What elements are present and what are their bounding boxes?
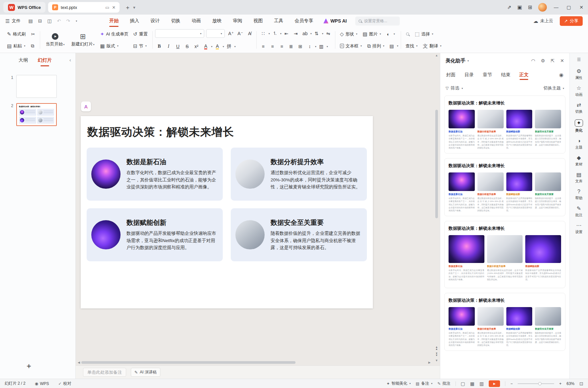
slide-title[interactable]: 数据驱动决策：解锁未来增长: [87, 125, 366, 140]
sidebar-item-comment[interactable]: ✎批注: [570, 203, 588, 220]
justify-icon[interactable]: ≣: [287, 42, 295, 51]
character-spacing-icon[interactable]: ab: [301, 29, 309, 38]
decrease-font-icon[interactable]: A⁻: [236, 29, 245, 38]
slide-editor[interactable]: 数据驱动决策：解锁未来增长 数据是新石油在数字化时代，数据已成为企业最宝贵的资产…: [81, 116, 373, 308]
zoom-out-button[interactable]: −: [510, 381, 513, 386]
beautify-tab-章节[interactable]: 章节: [483, 68, 492, 82]
phonetic-guide-icon[interactable]: 拼: [225, 42, 233, 51]
print-preview-icon[interactable]: ◫: [47, 18, 51, 24]
sidebar-item-theme[interactable]: ◑主题: [570, 136, 588, 153]
document-tab[interactable]: P text.pptx ▭ ✕: [48, 2, 120, 13]
section-button[interactable]: ⊟节▾: [131, 41, 150, 51]
theme-card-3[interactable]: 数据驱动决策：解锁未来增长数据是新石油在数字化时代，数据已成为企业最宝贵的资产之…: [444, 221, 565, 288]
play-from-page-button[interactable]: ▶ 当页开始▾: [42, 29, 68, 51]
select-button[interactable]: ⬚选择▾: [413, 29, 436, 39]
menu-tab-开始[interactable]: 开始: [104, 15, 124, 27]
tab-list-chevron-icon[interactable]: ▾: [133, 5, 135, 10]
slide-thumbnail-1[interactable]: [16, 75, 57, 98]
sidebar-item-animation[interactable]: ☆动画: [570, 83, 588, 100]
fit-screen-icon[interactable]: ⊡: [579, 381, 583, 386]
increase-font-icon[interactable]: A⁺: [227, 29, 235, 38]
notes-toggle-button[interactable]: ▤备注▾: [416, 381, 432, 386]
cut-icon[interactable]: ✂: [29, 30, 38, 38]
line-spacing-icon[interactable]: ↕: [305, 42, 314, 51]
slideshow-button[interactable]: ▶: [489, 380, 500, 387]
distribute-icon[interactable]: ⊞: [296, 42, 305, 51]
strikethrough-icon[interactable]: S: [183, 42, 192, 51]
more-chevron-icon[interactable]: ▾: [76, 20, 77, 23]
comments-button[interactable]: ✎批注: [437, 381, 450, 386]
highlight-color-icon[interactable]: A: [213, 42, 222, 51]
reading-view-icon[interactable]: ▥: [479, 381, 484, 386]
scroll-right-icon[interactable]: ▶: [428, 361, 431, 364]
sidebar-item-beautify[interactable]: ✦美化: [570, 117, 588, 136]
cloud-status[interactable]: ☁ 未上云: [533, 18, 553, 24]
zoom-slider[interactable]: [518, 383, 554, 384]
align-left-icon[interactable]: ≡: [259, 42, 268, 51]
share-button[interactable]: ↗ 分享: [560, 16, 583, 26]
scroll-left-icon[interactable]: ◀: [78, 361, 80, 364]
slide-card[interactable]: 数据是新石油在数字化时代，数据已成为企业最宝贵的资产之一，其价值堪比工业时代的石…: [87, 148, 223, 201]
switch-theme-button[interactable]: 切换主题 ▾: [544, 85, 564, 91]
slide-thumbnail-2[interactable]: 数据驱动决策：解锁未来增长: [16, 103, 57, 126]
bullet-list-icon[interactable]: ∷: [259, 29, 268, 38]
beautify-tab-正文[interactable]: 正文: [519, 68, 529, 82]
close-tab-icon[interactable]: ✕: [112, 5, 116, 10]
gear-icon[interactable]: ⚙: [541, 58, 545, 63]
shape-button[interactable]: ◇形状▾: [338, 29, 360, 39]
horizontal-scrollbar[interactable]: ◀ ▶: [78, 360, 431, 364]
sidebar-collapse-icon[interactable]: ☰: [577, 57, 581, 62]
menu-tab-切换[interactable]: 切换: [165, 15, 186, 27]
notes-placeholder[interactable]: 单击此处添加备注: [83, 368, 126, 377]
theme-card-1[interactable]: 数据驱动决策：解锁未来增长数据是新石油在数字化时代，数据已成为企业最宝贵的资产之…: [444, 96, 565, 154]
find-icon[interactable]: [403, 30, 412, 38]
menu-tab-会员专享[interactable]: 会员专享: [289, 15, 319, 27]
panel-tab-幻灯片[interactable]: 幻灯片: [38, 53, 52, 68]
picture-button[interactable]: ▨图片▾: [360, 29, 383, 39]
close-panel-icon[interactable]: ✕: [560, 58, 564, 63]
paste-button[interactable]: ▤粘贴▾: [5, 41, 28, 51]
superscript-icon[interactable]: x²: [192, 42, 201, 51]
sidebar-item-settings[interactable]: ⋯设置: [570, 220, 588, 237]
menu-tab-视图[interactable]: 视图: [248, 15, 268, 27]
clear-format-icon[interactable]: A̸: [245, 29, 254, 38]
wps-status-button[interactable]: ◉WPS: [35, 381, 49, 386]
translate-button[interactable]: 文翻译▾: [421, 41, 444, 51]
sidebar-item-transition[interactable]: ⇄切换: [570, 100, 588, 117]
menu-tab-工具[interactable]: 工具: [268, 15, 289, 27]
zoom-slider-thumb[interactable]: [538, 382, 542, 385]
bold-icon[interactable]: B: [155, 42, 164, 51]
align-right-icon[interactable]: ≡: [278, 42, 286, 51]
format-painter-button[interactable]: ✎格式刷: [5, 29, 28, 39]
save-icon[interactable]: ▤: [28, 18, 33, 24]
print-icon[interactable]: ⊟: [38, 18, 42, 24]
decrease-indent-icon[interactable]: ⇤: [282, 29, 291, 38]
close-button[interactable]: ✕: [578, 5, 585, 10]
new-tab-button[interactable]: ＋: [125, 4, 130, 11]
align-center-icon[interactable]: ≡: [268, 42, 277, 51]
undo-icon[interactable]: ↶: [57, 18, 61, 24]
arrange-button[interactable]: ⧉排列▾: [365, 41, 387, 51]
slide-card[interactable]: 数据赋能创新数据驱动的产品开发能够帮助企业快速响应市场需求，亚马逊和Netfli…: [87, 208, 223, 261]
next-slide-button[interactable]: ▼ ▼: [435, 353, 438, 356]
add-slide-button[interactable]: +: [27, 362, 31, 370]
command-search[interactable]: [355, 17, 400, 26]
proofread-button[interactable]: ✓校对: [58, 381, 71, 386]
maximize-button[interactable]: ▢: [565, 5, 572, 10]
ai-generate-page-button[interactable]: ✦AI 生成单页: [98, 29, 131, 39]
sidebar-item-help[interactable]: ?帮助: [570, 186, 588, 203]
font-size-select[interactable]: ▾: [206, 29, 225, 38]
copy-icon[interactable]: ⧉: [28, 42, 37, 50]
fill-style-icon[interactable]: ◐: [384, 30, 393, 38]
slide-card[interactable]: 数据分析提升效率通过数据分析优化运营流程，企业可减少20%-30%的成本，同时提…: [231, 148, 367, 201]
numbered-list-icon[interactable]: ⒈: [271, 29, 279, 38]
slide-sorter-view-icon[interactable]: ▦: [470, 381, 474, 386]
sync-icon[interactable]: ⇗: [507, 4, 512, 10]
ai-speech-button[interactable]: ✎ AI 演讲稿: [131, 368, 160, 377]
beautify-tab-结束[interactable]: 结束: [501, 68, 510, 82]
scroll-up-icon[interactable]: ▲: [435, 54, 438, 58]
gallery-icon[interactable]: ▤: [387, 42, 396, 50]
collapse-panel-icon[interactable]: ‹: [69, 57, 71, 63]
beautify-tab-目录[interactable]: 目录: [464, 68, 474, 82]
smart-beautify-button[interactable]: ✦智能美化▾: [386, 381, 411, 386]
